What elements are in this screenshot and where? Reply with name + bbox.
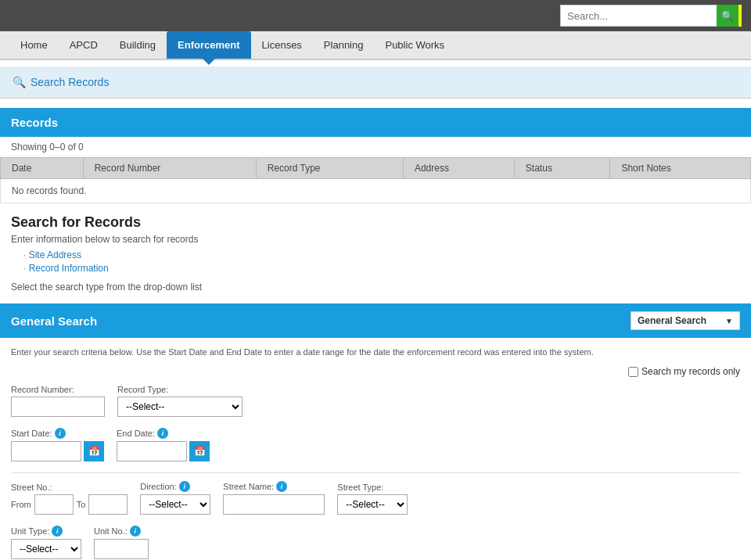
- unit-type-group: Unit Type: i --Select--: [11, 526, 81, 559]
- start-date-calendar-button[interactable]: 📅: [84, 441, 104, 461]
- nav-item-apcd[interactable]: APCD: [59, 31, 109, 59]
- form-row-unit: Unit Type: i --Select-- Unit No.: i: [11, 526, 740, 559]
- unit-type-info-icon[interactable]: i: [52, 526, 63, 537]
- street-no-label: Street No.:: [11, 483, 128, 492]
- street-name-input[interactable]: [223, 494, 325, 515]
- col-status: Status: [514, 158, 610, 179]
- record-type-select[interactable]: --Select--: [117, 397, 243, 417]
- start-date-input[interactable]: 01/25/2021: [11, 441, 81, 461]
- unit-no-label: Unit No.: i: [94, 526, 149, 537]
- street-no-from-label: From: [11, 500, 31, 509]
- search-for-records-title: Search for Records: [11, 214, 740, 231]
- general-search-dropdown-label: General Search: [638, 315, 706, 326]
- chevron-down-icon: ▼: [725, 317, 733, 325]
- my-records-row: Search my records only: [11, 366, 740, 377]
- table-row-empty: No records found.: [1, 179, 751, 203]
- records-table: Date Record Number Record Type Address S…: [0, 157, 751, 203]
- end-date-input[interactable]: 01/25/2023: [117, 441, 187, 461]
- search-records-label: Search Records: [31, 76, 109, 88]
- search-records-bar[interactable]: 🔍 Search Records: [0, 66, 751, 99]
- street-type-label: Street Type:: [337, 483, 408, 492]
- end-date-label: End Date: i: [117, 428, 210, 439]
- general-search-header: General Search General Search ▼: [0, 303, 751, 338]
- nav-item-public-works[interactable]: Public Works: [374, 31, 455, 59]
- end-date-calendar-button[interactable]: 📅: [189, 441, 210, 461]
- nav-bar: Home APCD Building Enforcement Licenses …: [0, 31, 751, 60]
- search-for-records-section: Search for Records Enter information bel…: [0, 203, 751, 303]
- start-date-info-icon[interactable]: i: [55, 428, 66, 439]
- search-hint: Enter your search criteria below. Use th…: [11, 347, 740, 357]
- calendar-icon-2: 📅: [194, 446, 206, 457]
- search-links-list: Site Address Record Information: [11, 249, 740, 274]
- form-divider-1: [11, 472, 740, 473]
- street-name-info-icon[interactable]: i: [276, 481, 287, 492]
- nav-item-licenses[interactable]: Licenses: [251, 31, 313, 59]
- select-hint: Select the search type from the drop-dow…: [11, 282, 740, 293]
- unit-no-group: Unit No.: i: [94, 526, 149, 559]
- street-name-group: Street Name: i: [223, 481, 325, 515]
- direction-label: Direction: i: [140, 481, 210, 492]
- col-record-number: Record Number: [83, 158, 256, 179]
- record-number-label: Record Number:: [11, 385, 105, 394]
- start-date-group: Start Date: i 01/25/2021 📅: [11, 428, 104, 461]
- street-type-select[interactable]: --Select--: [337, 494, 408, 515]
- form-row-street: Street No.: From To Direction: i --Selec…: [11, 481, 740, 515]
- end-date-group: End Date: i 01/25/2023 📅: [117, 428, 210, 461]
- general-search-dropdown[interactable]: General Search ▼: [631, 311, 740, 330]
- record-number-group: Record Number:: [11, 385, 105, 417]
- no-records-message: No records found.: [1, 179, 751, 203]
- my-records-label[interactable]: Search my records only: [628, 366, 740, 377]
- calendar-icon: 📅: [88, 446, 100, 457]
- street-type-group: Street Type: --Select--: [337, 483, 408, 515]
- global-search-input[interactable]: [560, 5, 717, 27]
- col-address: Address: [403, 158, 514, 179]
- search-form: Enter your search criteria below. Use th…: [0, 338, 751, 560]
- search-link-site-address[interactable]: Site Address: [23, 249, 740, 260]
- unit-no-input[interactable]: [94, 539, 149, 559]
- start-date-wrapper: 01/25/2021 📅: [11, 441, 104, 461]
- col-date: Date: [1, 158, 84, 179]
- street-no-group: Street No.: From To: [11, 483, 128, 515]
- general-search-title: General Search: [11, 314, 97, 328]
- col-record-type: Record Type: [256, 158, 403, 179]
- street-no-to-input[interactable]: [88, 494, 128, 515]
- record-number-input[interactable]: [11, 397, 105, 417]
- nav-item-planning[interactable]: Planning: [313, 31, 375, 59]
- unit-type-label: Unit Type: i: [11, 526, 81, 537]
- nav-item-enforcement[interactable]: Enforcement: [167, 31, 250, 59]
- search-link-record-information[interactable]: Record Information: [23, 263, 740, 274]
- records-count: Showing 0–0 of 0: [0, 137, 751, 157]
- my-records-checkbox[interactable]: [628, 367, 638, 377]
- record-type-group: Record Type: --Select--: [117, 385, 243, 417]
- street-name-label: Street Name: i: [223, 481, 325, 492]
- global-search-button[interactable]: 🔍: [717, 5, 738, 27]
- top-bar: 🔍: [0, 0, 751, 31]
- search-for-records-subtitle: Enter information below to search for re…: [11, 234, 740, 245]
- records-section-header: Records: [0, 108, 751, 137]
- street-no-wrapper: From To: [11, 494, 128, 515]
- start-date-label: Start Date: i: [11, 428, 104, 439]
- direction-select[interactable]: --Select--: [140, 494, 210, 515]
- search-records-icon: 🔍: [13, 76, 26, 88]
- records-title: Records: [11, 116, 58, 129]
- my-records-text: Search my records only: [641, 366, 740, 377]
- unit-type-select[interactable]: --Select--: [11, 539, 81, 559]
- col-short-notes: Short Notes: [610, 158, 751, 179]
- direction-group: Direction: i --Select--: [140, 481, 210, 515]
- street-no-from-input[interactable]: [34, 494, 74, 515]
- unit-no-info-icon[interactable]: i: [130, 526, 141, 537]
- direction-info-icon[interactable]: i: [179, 481, 190, 492]
- form-row-dates: Start Date: i 01/25/2021 📅 End Date: i 0…: [11, 428, 740, 461]
- street-no-to-label: To: [77, 500, 86, 509]
- end-date-wrapper: 01/25/2023 📅: [117, 441, 210, 461]
- record-type-label: Record Type:: [117, 385, 243, 394]
- form-row-record: Record Number: Record Type: --Select--: [11, 385, 740, 417]
- nav-item-building[interactable]: Building: [109, 31, 167, 59]
- global-search-wrapper: 🔍: [560, 5, 742, 27]
- nav-item-home[interactable]: Home: [9, 31, 59, 59]
- table-header-row: Date Record Number Record Type Address S…: [1, 158, 751, 179]
- search-icon: 🔍: [721, 10, 734, 22]
- end-date-info-icon[interactable]: i: [157, 428, 168, 439]
